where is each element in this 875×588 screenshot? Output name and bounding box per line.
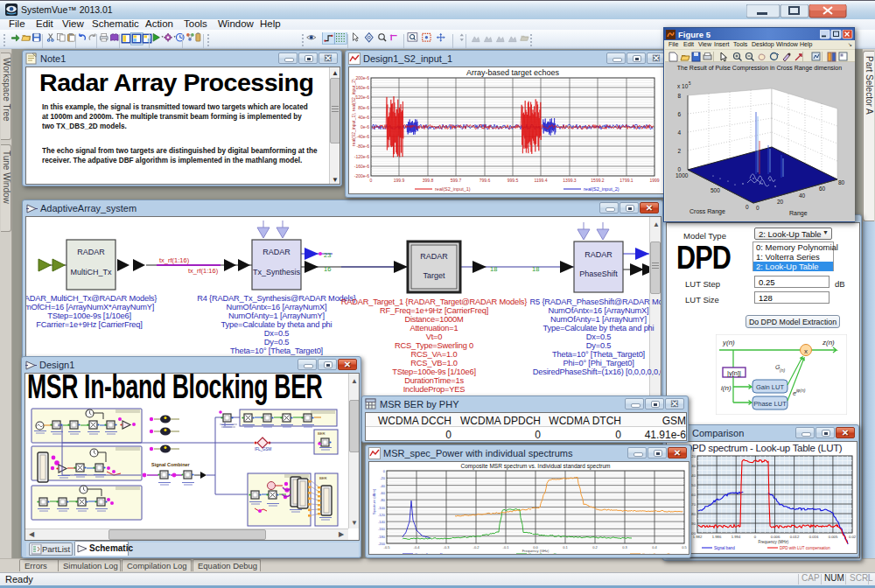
svg-text:-120e-6: -120e-6 xyxy=(354,154,369,159)
svg-text:6: 6 xyxy=(677,111,681,117)
svg-text:0.012: 0.012 xyxy=(790,535,800,539)
svg-text:-140: -140 xyxy=(378,520,386,524)
svg-text:Array-based target echoes: Array-based target echoes xyxy=(466,68,560,77)
svg-text:Range: Range xyxy=(789,210,808,217)
svg-text:799.6: 799.6 xyxy=(480,178,491,183)
svg-text:1000: 1000 xyxy=(676,172,689,178)
svg-text:23: 23 xyxy=(324,251,331,259)
svg-text:jφ(n): jφ(n) xyxy=(795,388,806,393)
svg-text:-0.4: -0.4 xyxy=(414,545,421,550)
svg-text:-180: -180 xyxy=(378,535,386,539)
svg-text:0: 0 xyxy=(383,469,386,473)
svg-text:tx_rf(1:16): tx_rf(1:16) xyxy=(159,256,190,264)
svg-text:120e-6: 120e-6 xyxy=(355,94,369,100)
svg-text:18: 18 xyxy=(490,265,497,273)
svg-text:0.2: 0.2 xyxy=(592,545,598,550)
svg-text:60: 60 xyxy=(819,186,826,192)
svg-text:160e-6: 160e-6 xyxy=(355,85,369,90)
svg-text:IFL_GSM: IFL_GSM xyxy=(255,447,272,452)
svg-text:Phase LUT: Phase LUT xyxy=(753,400,787,408)
svg-text:0.006: 0.006 xyxy=(771,535,780,539)
svg-text:RADAR: RADAR xyxy=(262,248,290,256)
svg-text:1999: 1999 xyxy=(649,178,659,183)
svg-text:Carrier1_spec_Power: Carrier1_spec_Power xyxy=(415,552,451,555)
svg-text:1199.4: 1199.4 xyxy=(535,178,548,183)
svg-text:-80: -80 xyxy=(380,498,386,502)
svg-text:199.9: 199.9 xyxy=(394,178,405,183)
svg-text:Spectrum (dBm): Spectrum (dBm) xyxy=(372,488,376,514)
svg-text:18: 18 xyxy=(532,265,539,273)
svg-text:-60: -60 xyxy=(380,491,386,495)
svg-text:-0.3: -0.3 xyxy=(444,545,451,550)
svg-text:Cross Range: Cross Range xyxy=(690,208,725,215)
svg-text:|y[n]|: |y[n]| xyxy=(727,369,741,377)
svg-text:40e-6: 40e-6 xyxy=(358,115,369,120)
svg-text:0e-6: 0e-6 xyxy=(360,124,369,130)
svg-text:-120: -120 xyxy=(378,513,386,517)
svg-text:1.986: 1.986 xyxy=(712,535,722,539)
svg-text:4: 4 xyxy=(677,130,681,136)
svg-text:0.005: 0.005 xyxy=(829,535,838,539)
svg-text:0: 0 xyxy=(754,535,757,539)
svg-text:DPD with LUT compensation: DPD with LUT compensation xyxy=(780,546,830,550)
svg-text:z(n): z(n) xyxy=(822,339,835,346)
svg-text:-100: -100 xyxy=(378,506,386,510)
svg-text:1799.1: 1799.1 xyxy=(620,178,634,183)
svg-text:i(n): i(n) xyxy=(721,384,732,392)
svg-text:599.7: 599.7 xyxy=(451,178,462,183)
svg-text:0.02: 0.02 xyxy=(849,535,857,539)
svg-text:0.4: 0.4 xyxy=(652,545,657,550)
svg-text:The Result of Pulse Compressio: The Result of Pulse Compression in Cross… xyxy=(677,65,842,72)
svg-text:Composite MSR spectrum vs. Ind: Composite MSR spectrum vs. Individual st… xyxy=(461,463,611,470)
svg-text:-0.2: -0.2 xyxy=(473,545,480,550)
svg-text:0: 0 xyxy=(746,204,749,210)
svg-text:399.8: 399.8 xyxy=(423,178,434,183)
svg-text:RADAR: RADAR xyxy=(584,250,612,259)
svg-text:real(S2_input_1), real(S2_inpu: real(S2_input_1), real(S2_input_2) xyxy=(351,79,356,146)
svg-text:Target: Target xyxy=(423,271,445,280)
svg-text:0.016: 0.016 xyxy=(809,535,819,539)
svg-text:0.1: 0.1 xyxy=(563,545,568,550)
svg-text:-40: -40 xyxy=(380,484,386,488)
svg-text:-200e-6: -200e-6 xyxy=(354,173,369,178)
svg-text:Signal Combiner: Signal Combiner xyxy=(151,462,191,467)
svg-text:x: x xyxy=(804,347,808,355)
svg-text:-20: -20 xyxy=(380,476,386,480)
svg-text:80e-6: 80e-6 xyxy=(358,105,369,110)
svg-text:RADAR: RADAR xyxy=(420,252,448,261)
svg-text:1.994: 1.994 xyxy=(732,535,741,539)
svg-text:0.3: 0.3 xyxy=(622,545,627,550)
svg-text:BER: BER xyxy=(319,476,327,480)
svg-text:0: 0 xyxy=(370,178,373,183)
svg-text:BER: BER xyxy=(318,431,326,436)
svg-text:1599.2: 1599.2 xyxy=(591,178,605,183)
svg-text:y(n): y(n) xyxy=(722,339,735,346)
svg-text:2: 2 xyxy=(677,148,681,154)
svg-text:MultiCH_Tx: MultiCH_Tx xyxy=(70,268,112,276)
svg-text:RADAR: RADAR xyxy=(77,248,105,256)
svg-text:40: 40 xyxy=(799,192,806,199)
svg-text:tx_rf(1:16): tx_rf(1:16) xyxy=(188,267,219,275)
svg-text:-160e-6: -160e-6 xyxy=(354,164,369,169)
svg-text:Tx_Synthesis: Tx_Synthesis xyxy=(253,268,301,276)
svg-text:0: 0 xyxy=(677,166,681,172)
svg-text:0.5: 0.5 xyxy=(682,545,687,550)
svg-text:Carrier2_spec_Power: Carrier2_spec_Power xyxy=(528,552,564,555)
svg-text:(n): (n) xyxy=(780,368,785,373)
svg-text:5: 5 xyxy=(689,81,691,86)
svg-text:1399.3: 1399.3 xyxy=(563,178,577,183)
svg-text:PhaseShift: PhaseShift xyxy=(579,270,618,278)
svg-text:80: 80 xyxy=(838,179,845,186)
svg-text:Gain LUT: Gain LUT xyxy=(756,383,785,391)
svg-text:200e-6: 200e-6 xyxy=(355,75,369,80)
svg-text:Carrier3_spec_Power: Carrier3_spec_Power xyxy=(642,552,678,555)
svg-text:16: 16 xyxy=(324,265,331,273)
svg-text:20: 20 xyxy=(777,199,784,205)
svg-text:999.5: 999.5 xyxy=(508,178,519,183)
svg-text:0: 0 xyxy=(756,205,760,211)
svg-text:-80e-6: -80e-6 xyxy=(357,144,370,149)
svg-text:Signal band: Signal band xyxy=(714,546,735,550)
svg-text:Frequency (MHz): Frequency (MHz) xyxy=(759,540,789,544)
svg-text:8: 8 xyxy=(677,93,681,99)
svg-text:x 10: x 10 xyxy=(677,83,689,89)
